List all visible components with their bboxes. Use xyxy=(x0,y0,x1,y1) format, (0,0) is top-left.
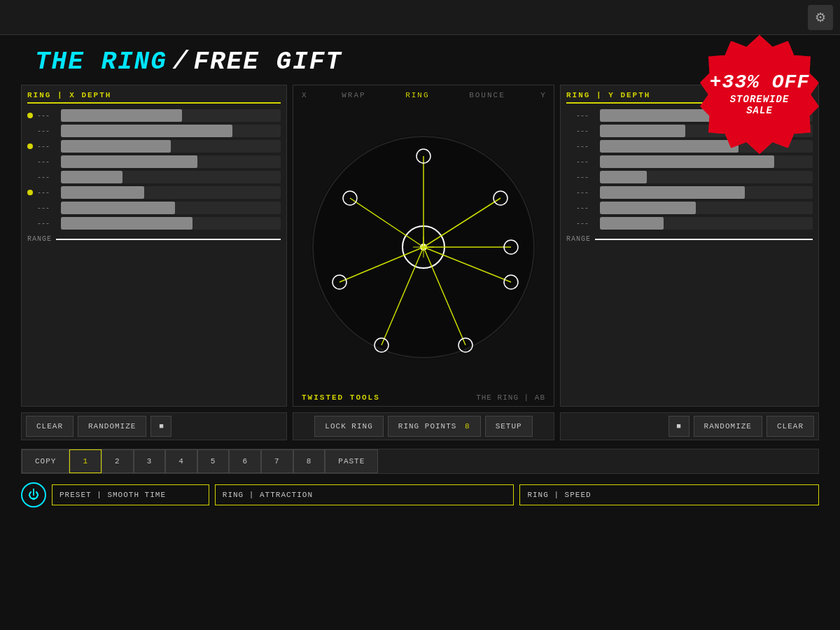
copy-button[interactable]: COPY xyxy=(22,449,69,473)
slider-dot xyxy=(27,144,33,149)
left-range-track[interactable] xyxy=(56,239,281,240)
slider-track[interactable] xyxy=(600,217,813,230)
slider-dot xyxy=(27,113,33,118)
slider-fill xyxy=(600,140,738,153)
tab-bounce[interactable]: BOUNCE xyxy=(465,90,510,101)
main-area: RING | X DEPTH ------------------------ … xyxy=(0,85,840,407)
randomize-button-right[interactable]: RANDOMIZE xyxy=(694,416,762,437)
left-extra-button[interactable]: ■ xyxy=(150,416,172,437)
num-btn-7[interactable]: 7 xyxy=(261,449,293,473)
slider-label: --- xyxy=(37,127,57,135)
slider-label: --- xyxy=(576,143,596,150)
left-slider-row: --- xyxy=(27,155,281,168)
title-ring: THE RING xyxy=(35,48,167,76)
right-controls: ■ RANDOMIZE CLEAR xyxy=(560,412,819,440)
slider-fill xyxy=(61,202,175,214)
slider-fill xyxy=(600,155,774,168)
tab-y[interactable]: Y xyxy=(540,91,545,99)
center-header: X WRAP RING BOUNCE Y xyxy=(293,85,554,105)
left-panel-header: RING | X DEPTH xyxy=(27,91,281,104)
slider-track[interactable] xyxy=(61,155,281,168)
num-btn-3[interactable]: 3 xyxy=(134,449,166,473)
slider-track[interactable] xyxy=(600,171,813,183)
left-panel: RING | X DEPTH ------------------------ … xyxy=(21,85,287,407)
center-controls: LOCK RING RING POINTS 8 SETUP xyxy=(293,412,554,440)
slider-fill xyxy=(61,186,144,199)
slider-label: --- xyxy=(37,204,57,212)
slider-track[interactable] xyxy=(61,140,281,153)
slider-label: --- xyxy=(576,204,596,212)
slider-fill xyxy=(600,217,664,230)
title-gift: FREE GIFT xyxy=(193,48,342,76)
slider-track[interactable] xyxy=(61,202,281,214)
tab-ring[interactable]: RING xyxy=(401,90,433,101)
slider-track[interactable] xyxy=(61,109,281,122)
slider-track[interactable] xyxy=(61,125,281,137)
slider-label: --- xyxy=(576,112,596,120)
slider-track[interactable] xyxy=(61,171,281,183)
attraction-field[interactable] xyxy=(215,484,514,505)
right-extra-button[interactable]: ■ xyxy=(668,416,690,437)
slider-track[interactable] xyxy=(61,186,281,199)
sale-line3: SALE xyxy=(746,105,773,117)
clear-button-left[interactable]: CLEAR xyxy=(26,416,74,437)
right-range-track[interactable] xyxy=(595,239,813,240)
right-slider-row: --- xyxy=(566,171,813,183)
sale-line1: +33% OFF xyxy=(710,72,809,94)
num-btn-5[interactable]: 5 xyxy=(197,449,230,473)
slider-label: --- xyxy=(37,158,57,166)
num-btn-8[interactable]: 8 xyxy=(293,449,326,473)
slider-track[interactable] xyxy=(600,202,813,214)
slider-fill xyxy=(600,125,685,137)
right-slider-row: --- xyxy=(566,155,813,168)
smooth-time-field[interactable] xyxy=(52,484,209,505)
slider-label: --- xyxy=(37,189,57,197)
slider-track[interactable] xyxy=(600,186,813,199)
copy-area: COPY 1 2 3 4 5 6 7 8 PASTE xyxy=(0,446,840,477)
slider-track[interactable] xyxy=(600,155,813,168)
tab-wrap[interactable]: WRAP xyxy=(337,90,370,101)
slider-fill xyxy=(600,186,745,199)
clear-button-right[interactable]: CLEAR xyxy=(766,416,814,437)
left-slider-row: --- xyxy=(27,202,281,214)
ring-points-button[interactable]: RING POINTS 8 xyxy=(388,416,481,437)
left-slider-row: --- xyxy=(27,217,281,230)
controls-area: CLEAR RANDOMIZE ■ LOCK RING RING POINTS … xyxy=(0,407,840,446)
slider-label: --- xyxy=(37,174,57,181)
preset-area: ⏻ xyxy=(0,477,840,513)
left-range-row: RANGE xyxy=(27,235,281,243)
ring-points-value: 8 xyxy=(465,422,470,430)
right-slider-row: --- xyxy=(566,186,813,199)
center-footer: TWISTED TOOLS THE RING | AB xyxy=(293,389,554,406)
left-slider-row: --- xyxy=(27,140,281,153)
slider-label: --- xyxy=(576,220,596,227)
slider-fill xyxy=(61,171,122,183)
sale-line2: STOREWIDE xyxy=(730,94,790,106)
slider-fill xyxy=(61,140,171,153)
num-btn-1[interactable]: 1 xyxy=(69,449,102,473)
ring-canvas[interactable] xyxy=(293,105,554,389)
brand-label: TWISTED TOOLS xyxy=(302,393,380,402)
slider-fill xyxy=(61,109,182,122)
power-button[interactable]: ⏻ xyxy=(21,482,46,507)
slider-label: --- xyxy=(576,127,596,135)
speed-field[interactable] xyxy=(519,484,819,505)
left-sliders: ------------------------ xyxy=(27,109,281,232)
gear-icon: ⚙ xyxy=(815,10,826,25)
right-range-row: RANGE xyxy=(566,235,813,243)
paste-button[interactable]: PASTE xyxy=(325,449,378,473)
ring-points-label: RING POINTS xyxy=(398,422,457,430)
right-slider-row: --- xyxy=(566,217,813,230)
randomize-button-left[interactable]: RANDOMIZE xyxy=(78,416,146,437)
num-btn-4[interactable]: 4 xyxy=(165,449,197,473)
lock-ring-button[interactable]: LOCK RING xyxy=(314,416,383,437)
settings-button[interactable]: ⚙ xyxy=(808,5,833,30)
num-btn-2[interactable]: 2 xyxy=(102,449,134,473)
tab-x[interactable]: X xyxy=(302,91,307,99)
setup-button[interactable]: SETUP xyxy=(485,416,533,437)
slider-track[interactable] xyxy=(61,217,281,230)
left-slider-row: --- xyxy=(27,186,281,199)
num-btn-6[interactable]: 6 xyxy=(229,449,261,473)
right-range-label: RANGE xyxy=(566,235,591,243)
slider-fill xyxy=(600,202,696,214)
